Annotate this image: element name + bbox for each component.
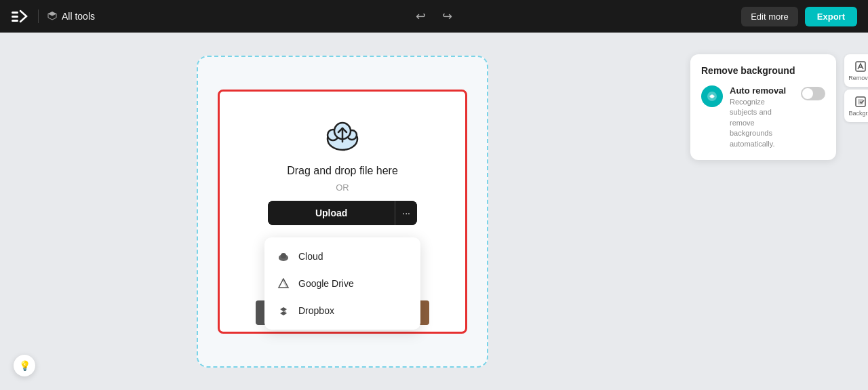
svg-rect-1 — [12, 16, 18, 18]
header: All tools ↩ ↪ Edit more Export — [0, 0, 868, 33]
card-title: Remove background — [701, 65, 825, 76]
svg-point-10 — [281, 253, 286, 258]
drag-drop-text: Drag and drop file here — [287, 165, 398, 177]
auto-removal-text: Auto removal Recognize subjects and remo… — [730, 85, 794, 149]
auto-removal-icon — [701, 85, 723, 107]
header-left: All tools — [11, 7, 95, 26]
redo-button[interactable]: ↪ — [439, 6, 455, 26]
outer-drop-container[interactable]: Drag and drop file here OR Upload ··· — [197, 56, 488, 368]
dropdown-item-dropbox[interactable]: Dropbox — [264, 297, 420, 324]
edit-more-button[interactable]: Edit more — [741, 7, 798, 26]
auto-removal-title: Auto removal — [730, 85, 794, 96]
export-button[interactable]: Export — [805, 7, 857, 26]
google-drive-label: Google Drive — [298, 278, 354, 289]
hint-button[interactable]: 💡 — [14, 355, 35, 376]
auto-removal-toggle[interactable] — [801, 87, 825, 100]
upload-dropdown: Cloud Google Drive — [264, 237, 420, 330]
auto-removal-row: Auto removal Recognize subjects and remo… — [701, 85, 825, 149]
google-drive-icon — [277, 277, 290, 290]
all-tools-button[interactable]: All tools — [47, 11, 95, 22]
cloud-icon — [277, 250, 290, 263]
svg-point-16 — [711, 95, 714, 98]
side-icon-strip: Remov... Backgr... — [844, 54, 868, 125]
upload-more-button[interactable]: ··· — [395, 201, 417, 225]
or-divider: OR — [336, 182, 349, 193]
dropdown-item-cloud[interactable]: Cloud — [264, 243, 420, 270]
remove-bg-side-button[interactable]: Remov... — [844, 54, 868, 87]
remove-bg-card: Remove background Auto removal Recognize… — [690, 54, 836, 160]
upload-button[interactable]: Upload — [268, 201, 395, 225]
background-side-button[interactable]: Backgr... — [844, 90, 868, 122]
header-divider — [38, 9, 39, 23]
undo-button[interactable]: ↩ — [413, 6, 429, 26]
svg-rect-2 — [12, 20, 18, 22]
header-right: Edit more Export — [741, 7, 857, 26]
upload-cloud-icon — [321, 113, 364, 157]
svg-rect-0 — [12, 12, 18, 14]
canvas-area: Drag and drop file here OR Upload ··· — [0, 33, 685, 390]
auto-removal-description: Recognize subjects and remove background… — [730, 97, 794, 149]
right-panel: Remove background Auto removal Recognize… — [685, 33, 868, 390]
svg-marker-12 — [281, 279, 288, 288]
dropdown-item-gdrive[interactable]: Google Drive — [264, 270, 420, 297]
dropbox-icon — [277, 304, 290, 317]
dropbox-label: Dropbox — [298, 305, 334, 316]
header-center: ↩ ↪ — [413, 6, 455, 26]
logo-icon[interactable] — [11, 7, 30, 26]
remove-bg-side-label: Remov... — [848, 75, 868, 81]
upload-button-row: Upload ··· — [268, 201, 417, 225]
hint-icon: 💡 — [19, 360, 31, 371]
background-side-label: Backgr... — [848, 110, 868, 117]
all-tools-label: All tools — [62, 11, 95, 22]
upload-area: Drag and drop file here OR Upload ··· — [218, 90, 467, 334]
main: Drag and drop file here OR Upload ··· — [0, 33, 868, 390]
cloud-label: Cloud — [298, 251, 323, 262]
